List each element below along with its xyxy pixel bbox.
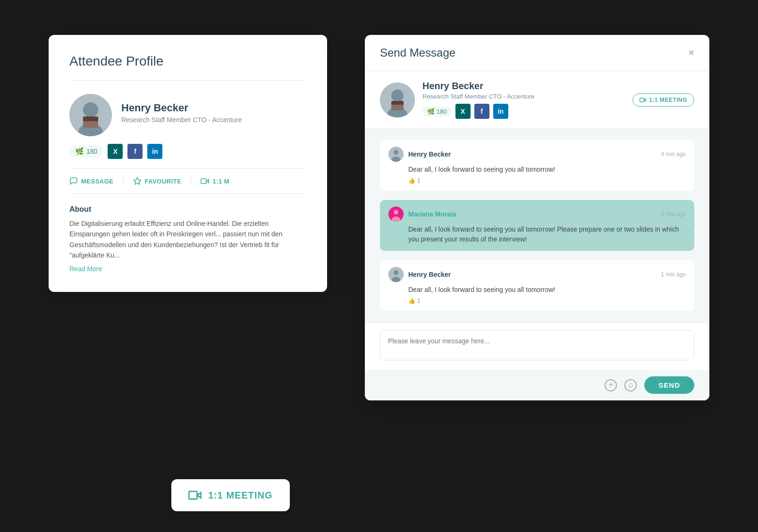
msg-avatar-3: [388, 267, 404, 282]
profile-title: Research Staff Member CTO - Accenture: [121, 116, 242, 124]
star-icon: [133, 177, 142, 185]
plus-icon: +: [605, 379, 617, 391]
modal-profile-info: Henry Becker Research Staff Member CTO -…: [422, 81, 625, 119]
emoji-icon: ☺: [624, 379, 637, 391]
msg-time-3: 1 min ago: [661, 271, 686, 278]
profile-header: Henry Becker Research Staff Member CTO -…: [69, 94, 306, 136]
message-icon: [69, 177, 78, 185]
msg-name-2: Mariana Morais: [408, 210, 456, 218]
modal-avatar: [380, 83, 415, 117]
meeting-action[interactable]: 1:1 M: [191, 177, 239, 185]
svg-point-21: [394, 210, 398, 215]
profile-info: Henry Becker Research Staff Member CTO -…: [121, 102, 242, 128]
facebook-icon[interactable]: f: [127, 144, 143, 159]
svg-point-24: [394, 270, 398, 275]
send-button[interactable]: SEND: [644, 376, 694, 394]
svg-point-1: [83, 102, 98, 117]
msg-avatar-2: [388, 207, 404, 222]
svg-point-11: [391, 90, 404, 102]
svg-marker-6: [206, 179, 209, 183]
chat-message-2: Mariana Morais 2 min ago Dear all, I loo…: [380, 200, 694, 251]
emoji-button[interactable]: ☺: [624, 379, 637, 391]
social-row: 🌿 180 X f in: [69, 144, 306, 159]
svg-marker-5: [134, 178, 141, 184]
msg-text-2: Dear all, I look forward to seeing you a…: [408, 224, 686, 244]
modal-header: Send Message ×: [365, 35, 709, 71]
about-text: Die Digitalisierung erlaubt Effizienz un…: [69, 218, 306, 261]
msg-like-1: 👍 1: [408, 177, 686, 184]
svg-rect-4: [83, 116, 98, 121]
xing-icon[interactable]: X: [108, 144, 123, 159]
msg-avatar-1: [388, 147, 404, 162]
action-bar: MESSAGE FAVOURITE 1:1 M: [69, 168, 306, 194]
chat-message-3: Henry Becker 1 min ago Dear all, I look …: [380, 260, 694, 311]
avatar: [69, 94, 112, 136]
like-count-3: 1: [417, 298, 421, 304]
modal-points-badge: 🌿 180: [422, 107, 452, 116]
modal-profile-bar: Henry Becker Research Staff Member CTO -…: [365, 71, 709, 129]
message-input[interactable]: [380, 330, 694, 360]
msg-header-3: Henry Becker 1 min ago: [388, 267, 686, 282]
linkedin-icon[interactable]: in: [147, 144, 162, 159]
read-more-link[interactable]: Read More: [69, 265, 102, 273]
msg-name-1: Henry Becker: [408, 150, 451, 158]
svg-rect-9: [189, 491, 197, 499]
msg-text-1: Dear all, I look forward to seeing you a…: [408, 165, 686, 175]
chat-area: Henry Becker 4 min ago Dear all, I look …: [365, 129, 709, 322]
msg-time-2: 2 min ago: [661, 211, 686, 217]
meeting-footer[interactable]: 1:1 MEETING: [171, 479, 290, 511]
about-title: About: [69, 205, 306, 214]
modal-meeting-button[interactable]: 1:1 MEETING: [632, 93, 694, 107]
about-section: About Die Digitalisierung erlaubt Effizi…: [69, 205, 306, 273]
svg-rect-16: [640, 98, 644, 101]
modal-profile-name: Henry Becker: [422, 81, 625, 91]
svg-rect-7: [201, 179, 206, 184]
meeting-footer-icon: [188, 489, 202, 502]
msg-header-2: Mariana Morais 2 min ago: [388, 207, 686, 222]
msg-text-3: Dear all, I look forward to seeing you a…: [408, 285, 686, 295]
svg-point-18: [394, 150, 398, 155]
profile-name: Henry Becker: [121, 102, 242, 114]
card-title: Attendee Profile: [69, 54, 306, 81]
chat-message-1: Henry Becker 4 min ago Dear all, I look …: [380, 140, 694, 191]
leaf-icon: 🌿: [75, 147, 84, 156]
thumb-icon-3: 👍: [408, 298, 415, 304]
video-icon: [201, 177, 209, 185]
attach-button[interactable]: +: [605, 379, 617, 391]
msg-name-3: Henry Becker: [408, 271, 451, 278]
favourite-action[interactable]: FAVOURITE: [124, 177, 191, 185]
close-button[interactable]: ×: [688, 48, 694, 58]
points-badge: 🌿 180: [69, 145, 103, 158]
modal-linkedin-icon[interactable]: in: [493, 104, 508, 119]
msg-like-3: 👍 1: [408, 298, 686, 304]
msg-author-row-1: Henry Becker: [388, 147, 451, 162]
modal-social-row: 🌿 180 X f in: [422, 104, 625, 119]
modal-footer: + ☺ SEND: [365, 370, 709, 400]
message-action[interactable]: MESSAGE: [69, 177, 123, 185]
modal-video-icon: [640, 97, 646, 103]
msg-time-1: 4 min ago: [661, 151, 686, 158]
modal-profile-title: Research Staff Member CTO - Accenture: [422, 93, 625, 100]
send-message-modal: Send Message × Henry Becker Research Sta…: [365, 35, 709, 400]
svg-rect-14: [391, 101, 404, 105]
modal-xing-icon[interactable]: X: [455, 104, 471, 119]
modal-facebook-icon[interactable]: f: [474, 104, 489, 119]
message-input-area: [365, 322, 709, 370]
like-count-1: 1: [417, 177, 421, 184]
msg-author-row-3: Henry Becker: [388, 267, 451, 282]
modal-leaf-icon: 🌿: [427, 108, 435, 115]
meeting-footer-label: 1:1 MEETING: [208, 490, 273, 501]
attendee-profile-card: Attendee Profile Henry Becker Research S…: [49, 35, 327, 292]
msg-header-1: Henry Becker 4 min ago: [388, 147, 686, 162]
msg-author-row-2: Mariana Morais: [388, 207, 456, 222]
modal-title: Send Message: [380, 46, 455, 59]
thumb-icon-1: 👍: [408, 177, 415, 184]
